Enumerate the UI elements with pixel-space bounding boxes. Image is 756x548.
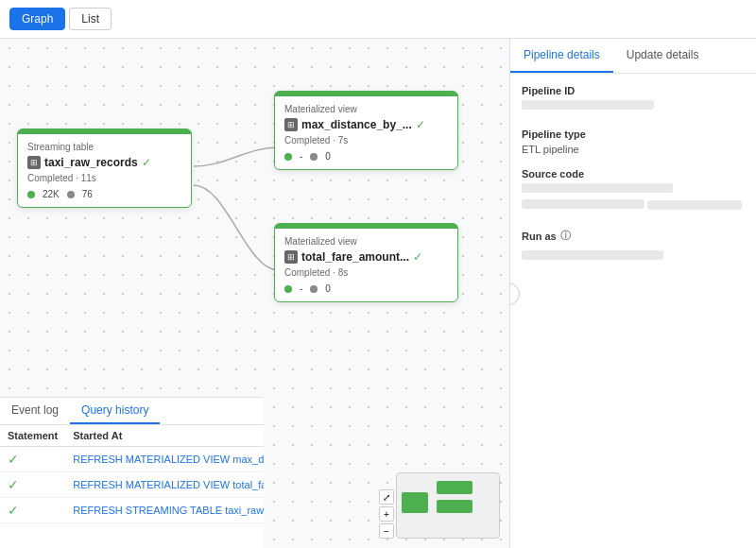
view-tabs: Graph List xyxy=(0,0,756,39)
mini-block-2 xyxy=(437,481,472,494)
cell-statement-2[interactable]: REFRESH STREAMING TABLE taxi_raw... xyxy=(65,498,264,523)
table-row: ✓ REFRESH MATERIALIZED VIEW total_fa... … xyxy=(0,472,264,498)
node1-status: Completed · 11s xyxy=(27,173,181,183)
node2-status: Completed · 7s xyxy=(284,135,448,146)
node1-check: ✓ xyxy=(142,156,151,169)
cell-statement-0[interactable]: REFRESH MATERIALIZED VIEW max_di... xyxy=(65,447,264,472)
source-code-line2 xyxy=(522,199,644,209)
node1-dot2 xyxy=(67,191,75,198)
query-table-container: Statement Started At Duration Rows read … xyxy=(0,425,264,523)
panel-content: Pipeline ID Pipeline type ETL pipeline S… xyxy=(510,74,756,290)
statement-link-1[interactable]: REFRESH MATERIALIZED VIEW total_fa... xyxy=(73,479,264,490)
event-log-tab[interactable]: Event log xyxy=(0,398,70,424)
update-details-tab[interactable]: Update details xyxy=(613,39,713,73)
node3-dot2 xyxy=(310,285,318,293)
map-controls: ⤢ + − xyxy=(379,489,394,539)
col-statement: Statement xyxy=(0,425,65,447)
source-code-line3 xyxy=(647,200,742,210)
mini-map xyxy=(396,472,500,539)
node1-stat1: 22K xyxy=(43,189,60,199)
cell-status-1: ✓ xyxy=(0,472,65,498)
mini-block-1 xyxy=(402,492,428,513)
pipeline-id-label: Pipeline ID xyxy=(522,85,745,96)
table-row: ✓ REFRESH MATERIALIZED VIEW max_di... 20… xyxy=(0,447,264,472)
run-as-row: Run as ⓘ xyxy=(522,229,745,265)
pipeline-type-label: Pipeline type xyxy=(522,128,745,140)
run-as-info-icon: ⓘ xyxy=(560,229,571,243)
query-table: Statement Started At Duration Rows read … xyxy=(0,425,264,523)
run-as-value xyxy=(522,250,663,260)
bottom-panel: Event log Query history Statement Starte… xyxy=(0,397,264,548)
node3-type-label: Materialized view xyxy=(284,236,448,247)
node2-dot2 xyxy=(310,153,318,161)
node2-check: ✓ xyxy=(416,118,425,131)
cell-status-0: ✓ xyxy=(0,447,65,472)
node3-check: ✓ xyxy=(413,250,422,264)
statement-link-0[interactable]: REFRESH MATERIALIZED VIEW max_di... xyxy=(73,454,264,465)
pipeline-details-tab[interactable]: Pipeline details xyxy=(510,39,613,73)
pipeline-id-row: Pipeline ID xyxy=(522,85,745,115)
node2-title: max_distance_by_... xyxy=(301,118,412,131)
cell-status-2: ✓ xyxy=(0,498,65,523)
node3-dot1 xyxy=(284,285,292,293)
node2-stat2: 0 xyxy=(325,151,331,162)
node1-stat2: 76 xyxy=(82,189,93,199)
node3-stat1: - xyxy=(300,283,302,294)
run-as-label: Run as xyxy=(522,231,557,242)
node1-dot1 xyxy=(27,191,35,198)
node2-type-label: Materialized view xyxy=(284,104,448,114)
node1-type-label: Streaming table xyxy=(27,142,181,152)
bottom-tabs: Event log Query history xyxy=(0,398,264,425)
pipeline-type-row: Pipeline type ETL pipeline xyxy=(522,128,745,155)
node3-title: total_fare_amount... xyxy=(301,250,409,264)
expand-button[interactable]: ⤢ xyxy=(379,489,394,505)
query-history-tab[interactable]: Query history xyxy=(70,398,160,424)
list-tab[interactable]: List xyxy=(69,8,112,30)
zoom-out-button[interactable]: − xyxy=(379,523,394,539)
source-code-label: Source code xyxy=(522,168,745,180)
node-materialized-view-1[interactable]: Materialized view ⊞ max_distance_by_... … xyxy=(274,91,458,170)
pipeline-id-value xyxy=(522,100,654,110)
source-code-line1 xyxy=(522,183,673,193)
node1-title: taxi_raw_records xyxy=(44,156,138,169)
zoom-in-button[interactable]: + xyxy=(379,506,394,522)
node3-status: Completed · 8s xyxy=(284,267,448,278)
statement-link-2[interactable]: REFRESH STREAMING TABLE taxi_raw... xyxy=(73,505,264,516)
node3-icon: ⊞ xyxy=(284,250,298,264)
node2-dot1 xyxy=(284,153,292,161)
node2-icon: ⊞ xyxy=(284,118,298,131)
node-streaming-table[interactable]: Streaming table ⊞ taxi_raw_records ✓ Com… xyxy=(17,128,192,208)
node3-stat2: 0 xyxy=(325,283,331,294)
source-code-row: Source code xyxy=(522,168,745,215)
node1-icon: ⊞ xyxy=(27,156,41,169)
cell-statement-1[interactable]: REFRESH MATERIALIZED VIEW total_fa... xyxy=(65,472,264,498)
node-materialized-view-2[interactable]: Materialized view ⊞ total_fare_amount...… xyxy=(274,223,458,302)
pipeline-panel: › Pipeline details Update details Pipeli… xyxy=(510,39,756,548)
node2-stat1: - xyxy=(300,151,302,162)
col-started-at: Started At xyxy=(65,425,264,447)
panel-tabs: Pipeline details Update details xyxy=(510,39,756,74)
mini-block-3 xyxy=(437,500,472,513)
graph-tab[interactable]: Graph xyxy=(9,8,65,30)
pipeline-type-value: ETL pipeline xyxy=(522,144,745,155)
table-row: ✓ REFRESH STREAMING TABLE taxi_raw... 20… xyxy=(0,498,264,523)
